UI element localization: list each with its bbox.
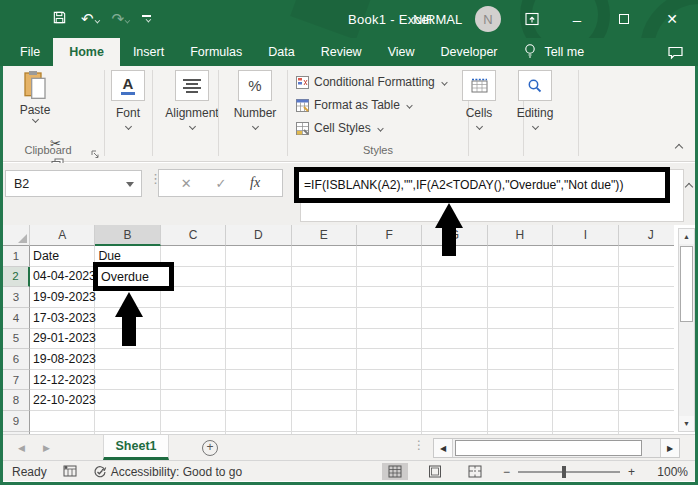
cell[interactable] <box>357 349 422 370</box>
undo-dropdown-icon[interactable] <box>94 18 100 24</box>
editing-group-button[interactable]: Editing <box>511 70 559 129</box>
tab-insert[interactable]: Insert <box>120 38 177 66</box>
cell[interactable] <box>619 370 674 391</box>
cell-styles-button[interactable]: Cell Styles <box>296 121 383 135</box>
cell[interactable] <box>619 246 674 267</box>
column-header-A[interactable]: A <box>30 225 95 246</box>
undo-button[interactable]: ↶ <box>81 10 98 28</box>
font-group-button[interactable]: A Font <box>104 70 152 129</box>
cell[interactable] <box>95 349 160 370</box>
cell[interactable] <box>292 246 357 267</box>
cell[interactable] <box>95 390 160 411</box>
cell[interactable] <box>422 411 487 432</box>
row-header-1[interactable]: 1 <box>3 246 30 267</box>
sheet-tab-sheet1[interactable]: Sheet1 <box>103 435 169 460</box>
ribbon-display-options-icon[interactable] <box>515 0 549 38</box>
cell[interactable] <box>30 411 95 432</box>
cell[interactable] <box>553 370 618 391</box>
name-box-dropdown-icon[interactable] <box>126 182 134 187</box>
cell[interactable] <box>553 329 618 350</box>
cell[interactable] <box>422 370 487 391</box>
cell[interactable] <box>488 370 553 391</box>
avatar[interactable]: N <box>475 6 501 32</box>
tab-file[interactable]: File <box>0 38 53 66</box>
view-normal-icon[interactable] <box>382 463 408 480</box>
column-header-E[interactable]: E <box>292 225 357 246</box>
cell[interactable] <box>619 390 674 411</box>
cell[interactable] <box>488 287 553 308</box>
cell[interactable] <box>553 411 618 432</box>
column-header-C[interactable]: C <box>161 225 226 246</box>
cell[interactable] <box>357 329 422 350</box>
tab-scrollbar-divider[interactable]: ⋮ <box>413 438 425 452</box>
horizontal-scrollbar[interactable]: ◀ ▶ <box>433 438 680 458</box>
cell[interactable] <box>161 411 226 432</box>
column-header-I[interactable]: I <box>553 225 618 246</box>
collapse-formula-bar-icon[interactable] <box>686 176 692 194</box>
cell[interactable] <box>357 370 422 391</box>
column-header-D[interactable]: D <box>226 225 291 246</box>
maximize-button[interactable] <box>607 0 641 38</box>
cell[interactable] <box>553 267 618 288</box>
scroll-right-icon[interactable]: ▶ <box>660 439 679 457</box>
cell[interactable] <box>553 287 618 308</box>
cell-A1[interactable]: Date <box>30 246 95 267</box>
row-header-2[interactable]: 2 <box>3 267 30 288</box>
cell[interactable] <box>619 308 674 329</box>
name-box[interactable]: B2 <box>5 170 142 197</box>
cell[interactable] <box>357 411 422 432</box>
cell[interactable] <box>292 267 357 288</box>
cell[interactable] <box>488 349 553 370</box>
cell[interactable] <box>553 390 618 411</box>
cell[interactable] <box>95 370 160 391</box>
column-header-H[interactable]: H <box>488 225 553 246</box>
cell[interactable] <box>422 329 487 350</box>
macro-record-icon[interactable] <box>63 464 77 480</box>
sheet-nav-left-icon[interactable]: ◀ <box>18 443 25 453</box>
cell[interactable] <box>161 308 226 329</box>
cell[interactable] <box>357 308 422 329</box>
cell[interactable] <box>488 308 553 329</box>
sheet-nav-right-icon[interactable]: ▶ <box>43 443 50 453</box>
zoom-slider-thumb[interactable] <box>562 466 566 478</box>
cell[interactable] <box>292 329 357 350</box>
enter-icon[interactable]: ✓ <box>215 176 226 191</box>
select-all-corner[interactable] <box>3 225 30 246</box>
cell[interactable] <box>619 329 674 350</box>
row-header-8[interactable]: 8 <box>3 390 30 411</box>
vertical-scrollbar-thumb[interactable] <box>680 246 693 322</box>
cell[interactable] <box>619 287 674 308</box>
row-header-3[interactable]: 3 <box>3 287 30 308</box>
cell[interactable] <box>292 349 357 370</box>
cell[interactable] <box>357 390 422 411</box>
tab-review[interactable]: Review <box>308 38 375 66</box>
cell-A6[interactable]: 19-08-2023 <box>30 349 95 370</box>
row-header-9[interactable]: 9 <box>3 411 30 432</box>
row-header-5[interactable]: 5 <box>3 329 30 350</box>
minimize-button[interactable]: – <box>560 0 594 38</box>
cancel-icon[interactable]: ✕ <box>181 176 192 191</box>
tab-data[interactable]: Data <box>255 38 307 66</box>
row-header-7[interactable]: 7 <box>3 370 30 391</box>
cell[interactable] <box>292 308 357 329</box>
accessibility-status[interactable]: Accessibility: Good to go <box>93 465 242 479</box>
tab-formulas[interactable]: Formulas <box>177 38 255 66</box>
row-header-6[interactable]: 6 <box>3 349 30 370</box>
view-page-break-icon[interactable] <box>462 463 488 480</box>
cell[interactable] <box>553 308 618 329</box>
cell[interactable] <box>488 329 553 350</box>
cell-A7[interactable]: 12-12-2023 <box>30 370 95 391</box>
scroll-down-icon[interactable]: ▼ <box>679 416 694 431</box>
cell[interactable] <box>488 390 553 411</box>
customize-qat-button[interactable] <box>142 15 151 23</box>
tab-home[interactable]: Home <box>53 38 120 66</box>
scroll-up-icon[interactable]: ▲ <box>679 229 694 244</box>
cell[interactable] <box>226 246 291 267</box>
tab-developer[interactable]: Developer <box>428 38 511 66</box>
cell[interactable] <box>161 370 226 391</box>
close-button[interactable]: ✕ <box>655 0 689 38</box>
alignment-group-button[interactable]: Alignment <box>164 70 220 129</box>
cell[interactable] <box>619 349 674 370</box>
cell[interactable] <box>488 267 553 288</box>
cell[interactable] <box>488 246 553 267</box>
